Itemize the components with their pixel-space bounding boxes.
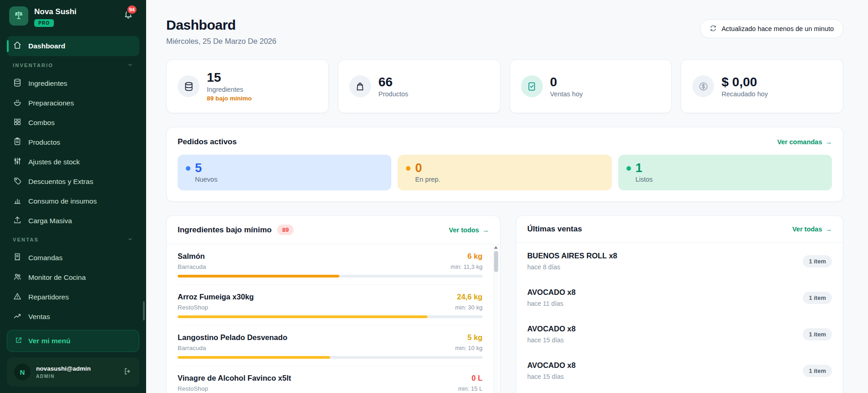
stat-value: $ 0,00 bbox=[721, 75, 768, 89]
notifications-button[interactable]: 94 bbox=[123, 9, 133, 21]
sidebar-item-label: Consumo de insumos bbox=[28, 197, 97, 205]
grid-icon bbox=[13, 117, 22, 128]
alert-triangle-icon bbox=[13, 292, 22, 303]
sidebar-item-dashboard[interactable]: Dashboard bbox=[7, 36, 139, 56]
stock-progress-track bbox=[178, 275, 483, 278]
view-all-ingredients-link[interactable]: Ver todos → bbox=[449, 226, 489, 234]
sidebar-item-productos[interactable]: Productos bbox=[7, 132, 139, 152]
sidebar-item-comandas[interactable]: Comandas bbox=[7, 248, 139, 267]
status-label: Listos bbox=[636, 176, 824, 183]
stock-progress-fill bbox=[178, 315, 427, 318]
sidebar-item-label: Preparaciones bbox=[28, 99, 74, 107]
scrollbar-thumb[interactable] bbox=[494, 251, 498, 272]
sidebar-item-consumo-de-insumos[interactable]: Consumo de insumos bbox=[7, 191, 139, 211]
ingredient-name: Salmón bbox=[178, 252, 206, 261]
bag-icon bbox=[349, 75, 371, 97]
view-all-sales-link[interactable]: Ver todas → bbox=[792, 225, 832, 233]
ingredient-amount: 24,6 kg bbox=[455, 293, 483, 301]
sale-row[interactable]: AVOCADO x8 hace 15 días 1 ítem bbox=[527, 316, 832, 352]
stat-card-ventas-hoy[interactable]: 0 Ventas hoy bbox=[510, 59, 672, 113]
stock-progress-fill bbox=[178, 356, 330, 359]
sale-qty-badge: 1 ítem bbox=[803, 328, 832, 341]
stat-value: 66 bbox=[379, 75, 408, 89]
upload-icon bbox=[13, 215, 22, 226]
sidebar: Nova Sushi PRO 94 Dashboard INVENTARIO I… bbox=[0, 0, 146, 393]
receipt-icon bbox=[13, 252, 22, 263]
stat-card-ingredientes[interactable]: 15 Ingredientes 89 bajo mínimo bbox=[166, 59, 329, 113]
sidebar-item-ajustes-de-stock[interactable]: Ajustes de stock bbox=[7, 152, 139, 172]
sale-qty-badge: 1 ítem bbox=[803, 365, 832, 377]
bowl-icon bbox=[13, 98, 22, 109]
bar-chart-icon bbox=[13, 196, 22, 207]
status-box-listos[interactable]: 1 Listos bbox=[618, 155, 832, 190]
sidebar-item-monitor-de-cocina[interactable]: Monitor de Cocina bbox=[7, 267, 139, 287]
view-menu-label: Ver mi menú bbox=[28, 337, 70, 345]
ingredient-supplier: RestoShop bbox=[178, 304, 254, 311]
ingredient-min: min: 10 kg bbox=[455, 345, 483, 351]
list-scrollbar[interactable] bbox=[493, 244, 499, 393]
low-stock-title: Ingredientes bajo mínimo bbox=[178, 225, 272, 235]
ingredient-supplier: RestoShop bbox=[178, 385, 291, 392]
sale-time: hace 11 días bbox=[527, 300, 576, 307]
sidebar-bottom: Ver mi menú N novasushi@admin ADMIN bbox=[0, 325, 146, 393]
scroll-up-arrow[interactable] bbox=[494, 246, 498, 249]
status-box-nuevos[interactable]: 5 Nuevos bbox=[178, 155, 391, 190]
sidebar-item-label: Comandas bbox=[28, 254, 63, 262]
sidebar-item-repartidores[interactable]: Repartidores bbox=[7, 287, 139, 307]
tag-icon bbox=[13, 176, 22, 187]
stat-label: Recaudado hoy bbox=[721, 90, 768, 98]
sidebar-item-label: Repartidores bbox=[28, 293, 69, 301]
home-icon bbox=[13, 41, 22, 52]
dollar-icon bbox=[692, 75, 714, 97]
stock-row[interactable]: Salmón Barracuda 6 kg min: 11,3 kg bbox=[178, 244, 483, 285]
ingredient-min: min: 11,3 kg bbox=[451, 263, 483, 270]
ingredient-name: Langostino Pelado Desvenado bbox=[178, 333, 287, 342]
ingredient-min: min: 15 L bbox=[458, 385, 482, 392]
logout-button[interactable] bbox=[123, 367, 132, 377]
sidebar-item-label: Ajustes de stock bbox=[28, 158, 80, 166]
sidebar-item-combos[interactable]: Combos bbox=[7, 113, 139, 132]
view-menu-button[interactable]: Ver mi menú bbox=[7, 330, 139, 352]
section-title: VENTAS bbox=[13, 237, 39, 242]
stock-row[interactable]: Vinagre de Alcohol Favinco x5lt RestoSho… bbox=[178, 366, 483, 393]
ingredient-amount: 5 kg bbox=[455, 333, 483, 342]
stat-sublabel: 89 bajo mínimo bbox=[207, 95, 252, 102]
stat-card-recaudado[interactable]: $ 0,00 Recaudado hoy bbox=[681, 59, 843, 113]
view-orders-link[interactable]: Ver comandas → bbox=[777, 138, 832, 146]
notification-count-badge: 94 bbox=[126, 5, 137, 15]
user-card[interactable]: N novasushi@admin ADMIN bbox=[7, 357, 139, 387]
sidebar-item-label: Dashboard bbox=[28, 42, 65, 50]
sidebar-section-inventario[interactable]: INVENTARIO bbox=[7, 57, 139, 73]
status-box-en-prep[interactable]: 0 En prep. bbox=[398, 155, 611, 190]
sale-row[interactable]: AVOCADO x8 hace 15 días 1 ítem bbox=[527, 352, 832, 389]
sidebar-item-preparaciones[interactable]: Preparaciones bbox=[7, 93, 139, 113]
sidebar-item-label: Ventas bbox=[28, 313, 50, 321]
sidebar-item-ventas[interactable]: Ventas bbox=[7, 307, 139, 326]
refresh-button[interactable]: Actualizado hace menos de un minuto bbox=[700, 19, 843, 38]
sale-row[interactable]: AVOCADO x8 hace 11 días 1 ítem bbox=[527, 279, 832, 316]
sidebar-item-descuentos-y-extras[interactable]: Descuentos y Extras bbox=[7, 172, 139, 191]
stat-card-productos[interactable]: 66 Productos bbox=[338, 59, 500, 113]
page-header: Dashboard Miércoles, 25 De Marzo De 2026… bbox=[166, 17, 843, 46]
user-email: novasushi@admin bbox=[36, 365, 91, 372]
sidebar-item-carga-masiva[interactable]: Carga Masiva bbox=[7, 211, 139, 231]
chevron-down-icon bbox=[127, 62, 133, 69]
ingredient-supplier: Barracuda bbox=[178, 263, 206, 270]
sale-row[interactable]: BUENOS AIRES ROLL x8 hace 8 días 1 ítem bbox=[527, 243, 832, 279]
sidebar-item-label: Monitor de Cocina bbox=[28, 273, 86, 282]
scales-icon bbox=[14, 10, 24, 22]
brand-logo[interactable] bbox=[9, 6, 28, 26]
sidebar-item-label: Descuentos y Extras bbox=[28, 178, 93, 186]
sale-name: AVOCADO x8 bbox=[527, 325, 576, 333]
avatar: N bbox=[14, 364, 31, 380]
arrow-right-icon: → bbox=[825, 225, 832, 233]
sidebar-item-ingredientes[interactable]: Ingredientes bbox=[7, 73, 139, 93]
sidebar-header: Nova Sushi PRO 94 bbox=[0, 0, 146, 31]
stat-label: Ventas hoy bbox=[550, 90, 583, 98]
stock-row[interactable]: Arroz Fumeiga x30kg RestoShop 24,6 kg mi… bbox=[178, 285, 483, 325]
stock-row[interactable]: Langostino Pelado Desvenado Barracuda 5 … bbox=[178, 325, 483, 366]
sidebar-section-ventas[interactable]: VENTAS bbox=[7, 231, 139, 248]
ingredient-amount: 6 kg bbox=[451, 252, 483, 261]
sidebar-scrollbar[interactable] bbox=[143, 301, 145, 320]
arrow-right-icon: → bbox=[482, 226, 489, 234]
